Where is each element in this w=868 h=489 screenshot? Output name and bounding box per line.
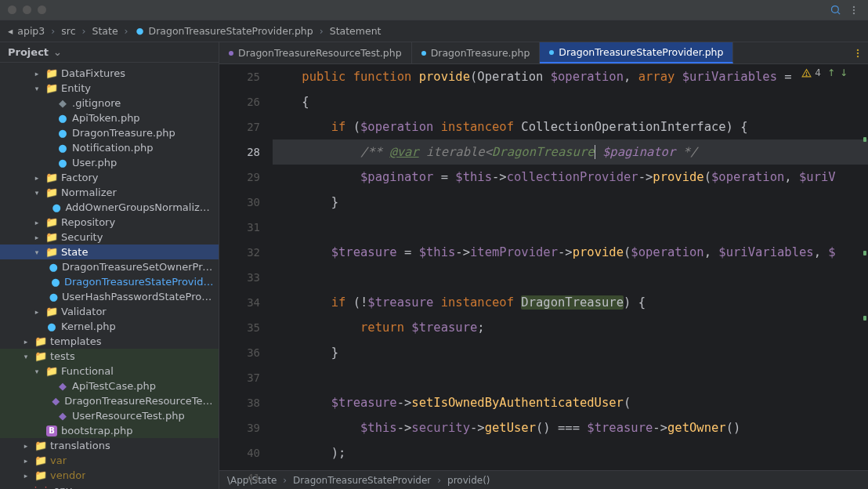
editor-tab[interactable]: DragonTreasureResourceTest.php — [219, 42, 412, 63]
tree-arrow-icon[interactable]: ▾ — [31, 368, 42, 375]
tree-file[interactable]: ⋮⋮.env — [0, 483, 219, 489]
code-line[interactable] — [273, 215, 868, 240]
tree-folder[interactable]: ▸📁Repository — [0, 215, 219, 230]
tree-file[interactable]: ●Kernel.php — [0, 319, 219, 334]
tree-arrow-icon[interactable]: ▸ — [20, 457, 31, 465]
line-number[interactable]: 30 — [219, 190, 260, 215]
tree-arrow-icon[interactable]: ▸ — [31, 174, 42, 182]
code-line[interactable]: ); — [273, 440, 868, 465]
more-vert-icon[interactable] — [848, 4, 860, 16]
breadcrumb-item[interactable]: apip3 — [17, 25, 45, 37]
code-line[interactable]: $treasure->setIsOwnedByAuthenticatedUser… — [273, 390, 868, 415]
project-panel-header[interactable]: Project ⌄ — [0, 42, 219, 63]
tree-label: Normalizer — [61, 187, 117, 198]
tree-arrow-icon[interactable]: ▾ — [31, 248, 42, 256]
code-line[interactable]: $this->security->getUser() === $treasure… — [273, 415, 868, 440]
tree-folder[interactable]: ▾📁Normalizer — [0, 185, 219, 200]
window-min-dot[interactable] — [23, 5, 31, 14]
tree-folder[interactable]: ▸📁Factory — [0, 170, 219, 185]
tree-arrow-icon[interactable]: ▾ — [20, 353, 31, 360]
tree-folder[interactable]: ▸📁DataFixtures — [0, 66, 219, 81]
code-line[interactable] — [273, 365, 868, 390]
line-number[interactable]: 36 — [219, 340, 260, 365]
code-line[interactable]: { — [273, 89, 868, 114]
tree-arrow-icon[interactable]: ▸ — [20, 442, 31, 450]
line-number[interactable]: 28 — [219, 139, 260, 165]
line-number[interactable]: 35 — [219, 315, 260, 340]
line-number[interactable]: 38 — [219, 390, 260, 415]
tree-file[interactable]: ●Notification.php — [0, 140, 219, 155]
line-number[interactable]: 31 — [219, 215, 260, 240]
tree-arrow-icon[interactable]: ▸ — [31, 70, 42, 78]
breadcrumb-item[interactable]: Statement — [330, 25, 382, 37]
code-text[interactable]: public function provide(Operation $opera… — [273, 64, 868, 470]
code-line[interactable]: $paginator = $this->collectionProvider->… — [273, 165, 868, 190]
tree-folder[interactable]: ▸📁var — [0, 453, 219, 468]
tree-folder[interactable]: ▸📁translations — [0, 438, 219, 453]
line-number[interactable]: 41 — [219, 465, 260, 489]
tabs-overflow-icon[interactable] — [848, 42, 868, 63]
line-number[interactable]: 25 — [219, 64, 260, 89]
project-tree[interactable]: ▸📁DataFixtures▾📁Entity◆.gitignore●ApiTok… — [0, 63, 219, 489]
editor-tab[interactable]: DragonTreasure.php — [412, 42, 541, 63]
code-line[interactable]: if ($operation instanceof CollectionOper… — [273, 114, 868, 139]
line-number[interactable]: 26 — [219, 89, 260, 114]
code-line[interactable]: $treasure = $this->itemProvider->provide… — [273, 240, 868, 265]
line-number[interactable]: 32 — [219, 240, 260, 265]
window-close-dot[interactable] — [8, 5, 16, 14]
line-number[interactable]: 34 — [219, 290, 260, 315]
line-number[interactable]: 33 — [219, 265, 260, 290]
tree-arrow-icon[interactable]: ▸ — [31, 234, 42, 241]
tree-file[interactable]: ●DragonTreasureSetOwnerProcessor. — [0, 259, 219, 274]
code-line[interactable]: } — [273, 340, 868, 365]
tree-arrow-icon[interactable]: ▸ — [20, 338, 31, 346]
breadcrumb-item[interactable]: src — [61, 25, 75, 37]
tree-file[interactable]: ●DragonTreasure.php — [0, 125, 219, 140]
line-number[interactable]: 27 — [219, 114, 260, 139]
code-line[interactable] — [273, 265, 868, 290]
tree-file[interactable]: ●ApiToken.php — [0, 110, 219, 125]
line-number-gutter[interactable]: 2526272829303132333435363738394041 — [219, 64, 273, 470]
tree-arrow-icon[interactable]: ▸ — [31, 308, 42, 316]
error-stripe[interactable] — [855, 64, 868, 470]
code-crumb[interactable]: DragonTreasureStateProvider — [293, 475, 431, 486]
window-max-dot[interactable] — [38, 5, 46, 14]
code-line[interactable]: } — [273, 190, 868, 215]
tree-file[interactable]: ◆.gitignore — [0, 96, 219, 110]
tree-folder[interactable]: ▸📁Validator — [0, 304, 219, 319]
line-number[interactable]: 39 — [219, 415, 260, 440]
tree-file[interactable]: ●User.php — [0, 155, 219, 170]
tree-folder[interactable]: ▸📁Security — [0, 230, 219, 244]
search-icon[interactable] — [829, 4, 841, 16]
code-line[interactable]: if (!$treasure instanceof DragonTreasure… — [273, 290, 868, 315]
tree-folder[interactable]: ▾📁Functional — [0, 364, 219, 379]
code-line[interactable]: /** @var iterable<DragonTreasure $pagina… — [273, 139, 868, 165]
tree-folder[interactable]: ▸📁vendor — [0, 468, 219, 483]
line-number[interactable]: 40 — [219, 440, 260, 465]
tree-file[interactable]: ●AddOwnerGroupsNormalizer.php — [0, 200, 219, 215]
breadcrumb-item[interactable]: State — [92, 25, 118, 37]
tree-folder[interactable]: ▾📁Entity — [0, 81, 219, 96]
editor-tab[interactable]: DragonTreasureStateProvider.php — [540, 42, 733, 63]
tree-file[interactable]: Bbootstrap.php — [0, 423, 219, 438]
breadcrumb-item[interactable]: ● DragonTreasureStateProvider.php — [135, 25, 313, 37]
tree-arrow-icon[interactable]: ▸ — [31, 219, 42, 226]
tree-folder[interactable]: ▸📁templates — [0, 334, 219, 349]
tree-file[interactable]: ◆DragonTreasureResourceTest.php — [0, 393, 219, 408]
code-line[interactable]: return $treasure; — [273, 315, 868, 340]
code-crumb[interactable]: provide() — [447, 475, 490, 486]
tree-folder[interactable]: ▾📁tests — [0, 349, 219, 364]
line-number[interactable]: 29 — [219, 165, 260, 190]
code-line[interactable]: public function provide(Operation $opera… — [273, 64, 868, 89]
tree-file[interactable]: ●UserHashPasswordStateProcessor.p — [0, 289, 219, 304]
code-line[interactable] — [273, 465, 868, 470]
tree-arrow-icon[interactable]: ▾ — [31, 189, 42, 197]
tree-arrow-icon[interactable]: ▾ — [31, 85, 42, 92]
tree-arrow-icon[interactable]: ▸ — [20, 472, 31, 480]
code-area[interactable]: 4 ↑ ↓ 2526272829303132333435363738394041… — [219, 64, 868, 470]
line-number[interactable]: 37 — [219, 365, 260, 390]
tree-file[interactable]: ●DragonTreasureStateProvider.php — [0, 274, 219, 289]
tree-file[interactable]: ◆UserResourceTest.php — [0, 408, 219, 423]
tree-folder[interactable]: ▾📁State — [0, 244, 219, 259]
tree-file[interactable]: ◆ApiTestCase.php — [0, 379, 219, 393]
